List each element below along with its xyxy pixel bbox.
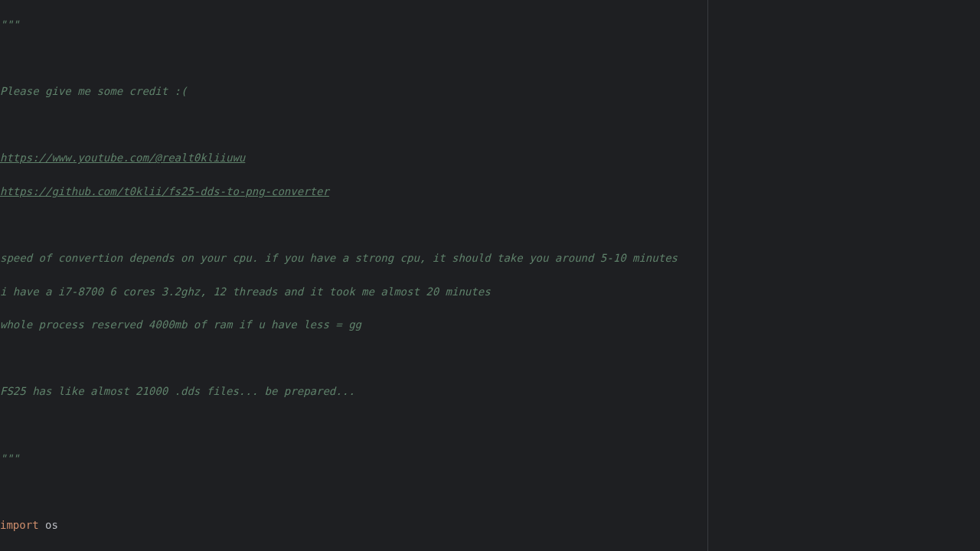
code-editor[interactable]: """ Please give me some credit :( https:… [0, 0, 980, 551]
docstring-credit: Please give me some credit :( [0, 85, 187, 97]
right-margin-rule [707, 0, 708, 551]
docstring-fs25: FS25 has like almost 21000 .dds files...… [0, 385, 355, 397]
docstring-link-github[interactable]: https://github.com/t0klii/fs25-dds-to-pn… [0, 185, 329, 197]
docstring-link-youtube[interactable]: https://www.youtube.com/@realt0kliiuwu [0, 152, 245, 164]
docstring-speed-2: i have a i7-8700 6 cores 3.2ghz, 12 thre… [0, 285, 491, 298]
docstring-open: """ [0, 18, 19, 31]
docstring-speed-3: whole process reserved 4000mb of ram if … [0, 318, 361, 331]
docstring-close: """ [0, 452, 19, 465]
docstring-speed-1: speed of convertion depends on your cpu.… [0, 252, 678, 264]
import-os-line: import os [0, 517, 980, 534]
